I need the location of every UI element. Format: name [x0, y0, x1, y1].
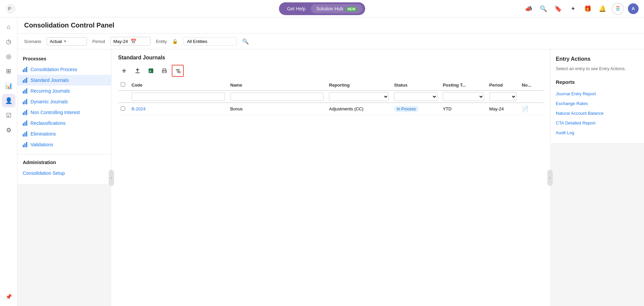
icon-sidebar: ⌂ ◷ ◎ ⊞ 📊 👤 ☑ ⚙ 📌 [0, 17, 17, 306]
filter-code-cell[interactable] [129, 91, 228, 103]
entity-search-icon[interactable]: 🔍 [242, 38, 249, 45]
period-select[interactable]: May-24 📅 [110, 37, 151, 46]
sidebar-item-consolidation-process[interactable]: Consolidation Process [17, 64, 111, 75]
col-header-posting-type: Posting T... [440, 80, 486, 91]
col-header-reporting: Reporting [326, 80, 391, 91]
bell-icon[interactable]: 🔔 [597, 3, 608, 14]
row-notes-cell[interactable]: 📄 [519, 103, 543, 115]
pin-icon[interactable]: 📌 [2, 290, 15, 303]
period-label: Period [92, 39, 105, 44]
checklist-icon[interactable]: ☑ [2, 109, 15, 122]
scenario-select[interactable]: Actual ▼ [47, 37, 87, 46]
processes-title: Processes [17, 55, 111, 64]
svg-text:X: X [149, 70, 151, 73]
filter-code-input[interactable] [131, 93, 225, 101]
bar-chart-icon [23, 99, 27, 104]
svg-rect-9 [163, 69, 166, 70]
filter-name-input[interactable] [230, 93, 324, 101]
row-code-link[interactable]: B-2024 [131, 106, 146, 111]
journal-entry-report-link[interactable]: Journal Entry Report [556, 90, 639, 97]
sidebar-collapse-handle[interactable]: ‹ [109, 170, 114, 186]
document-icon[interactable]: 📄 [522, 106, 529, 112]
filter-status-cell[interactable] [391, 91, 440, 103]
row-name-cell: Bonus [228, 103, 327, 115]
filter-reporting-select[interactable] [329, 92, 389, 101]
gift-icon[interactable]: 🎁 [582, 3, 593, 14]
top-nav-right: 📣 🔍 🔖 ✦ 🎁 🔔 A [523, 3, 639, 15]
sidebar-item-validations[interactable]: Validations [17, 139, 111, 150]
target-icon[interactable]: ◎ [2, 50, 15, 63]
megaphone-icon[interactable]: 📣 [523, 3, 534, 14]
sidebar-item-reclassifications[interactable]: Reclassifications [17, 118, 111, 129]
svg-text:P: P [8, 6, 11, 11]
app-logo[interactable]: P [5, 3, 16, 14]
sidebar-item-standard-journals[interactable]: Standard Journals [17, 75, 111, 86]
filter-period-cell[interactable] [487, 91, 519, 103]
row-reporting-cell: Adjustments (CC) [326, 103, 391, 115]
person-icon[interactable]: 👤 [2, 94, 15, 107]
excel-button[interactable]: X [145, 65, 157, 77]
bar-chart-icon [23, 88, 27, 94]
grid-icon[interactable]: ⊞ [2, 64, 15, 78]
col-header-status: Status [391, 80, 440, 91]
right-panel-collapse-handle[interactable]: › [547, 170, 553, 186]
table-filter-row [118, 91, 543, 103]
select-all-checkbox[interactable] [118, 80, 129, 91]
calendar-icon: 📅 [130, 39, 136, 44]
row-checkbox-cell[interactable] [118, 103, 129, 115]
compass-icon[interactable]: ✦ [568, 3, 578, 14]
filter-bar: Scenario Actual ▼ Period May-24 📅 Entity… [17, 34, 644, 49]
natural-account-balance-link[interactable]: Natural Account Balance [556, 110, 639, 117]
entry-actions-desc: Select an entry to see Entry Actions. [556, 66, 639, 71]
sidebar-item-dynamic-journals[interactable]: Dynamic Journals [17, 96, 111, 107]
bar-chart-icon [23, 120, 27, 126]
reports-title: Reports [556, 79, 639, 85]
entity-field[interactable]: All Entities [183, 37, 237, 46]
bar-chart-icon [23, 110, 27, 115]
top-nav: P Get Help Solution Hub NEW 📣 🔍 🔖 ✦ 🎁 🔔 … [0, 0, 644, 17]
sidebar-item-consolidation-setup[interactable]: Consolidation Setup [17, 168, 111, 178]
search-icon[interactable]: 🔍 [538, 3, 549, 14]
administration-title: Administration [17, 158, 111, 168]
exchange-rates-link[interactable]: Exchange Rates [556, 100, 639, 107]
filter-status-select[interactable] [394, 92, 437, 101]
col-header-notes: No... [519, 80, 543, 91]
bar-chart-icon [23, 67, 27, 72]
right-panel: Entry Actions Select an entry to see Ent… [550, 49, 644, 143]
lock-icon: 🔒 [172, 39, 178, 44]
filter-posting-cell[interactable] [440, 91, 486, 103]
right-panel-wrapper: › Entry Actions Select an entry to see E… [550, 49, 644, 306]
sidebar-item-non-controlling-interest[interactable]: Non Controlling Interest [17, 107, 111, 118]
entry-actions-title: Entry Actions [556, 56, 639, 62]
filter-posting-select[interactable] [443, 92, 484, 101]
row-status-cell: In Process [391, 103, 440, 115]
chart-icon[interactable]: 📊 [2, 79, 15, 93]
table-row: B-2024 Bonus Adjustments (CC) In Process… [118, 103, 543, 115]
get-help-button[interactable]: Get Help [282, 4, 311, 13]
solution-hub-button[interactable]: Solution Hub NEW [311, 4, 362, 13]
scenario-label: Scenario [24, 39, 41, 44]
add-button[interactable] [118, 65, 130, 77]
recent-icon[interactable]: ◷ [2, 35, 15, 48]
filter-name-cell[interactable] [228, 91, 327, 103]
sidebar-item-recurring-journals[interactable]: Recurring Journals [17, 86, 111, 96]
bar-chart-icon [23, 78, 27, 83]
settings-icon[interactable]: ⚙ [2, 123, 15, 137]
user-avatar[interactable]: A [628, 3, 639, 14]
filter-period-select[interactable] [489, 92, 517, 101]
print-button[interactable] [158, 65, 170, 77]
sidebar-item-eliminations[interactable]: Eliminations [17, 129, 111, 139]
row-period-cell: May-24 [487, 103, 519, 115]
home-icon[interactable]: ⌂ [2, 20, 15, 34]
col-header-name: Name [228, 80, 327, 91]
filter-button[interactable] [172, 65, 184, 77]
nav-sidebar-wrapper: Processes Consolidation Process Standard… [17, 49, 111, 306]
row-checkbox[interactable] [121, 106, 125, 111]
cta-detailed-report-link[interactable]: CTA Detailed Report [556, 119, 639, 126]
filter-reporting-cell[interactable] [326, 91, 391, 103]
row-code-cell[interactable]: B-2024 [129, 103, 228, 115]
upload-button[interactable] [131, 65, 144, 77]
audit-log-link[interactable]: Audit Log [556, 129, 639, 136]
col-header-period: Period [487, 80, 519, 91]
bookmark-icon[interactable]: 🔖 [553, 3, 564, 14]
